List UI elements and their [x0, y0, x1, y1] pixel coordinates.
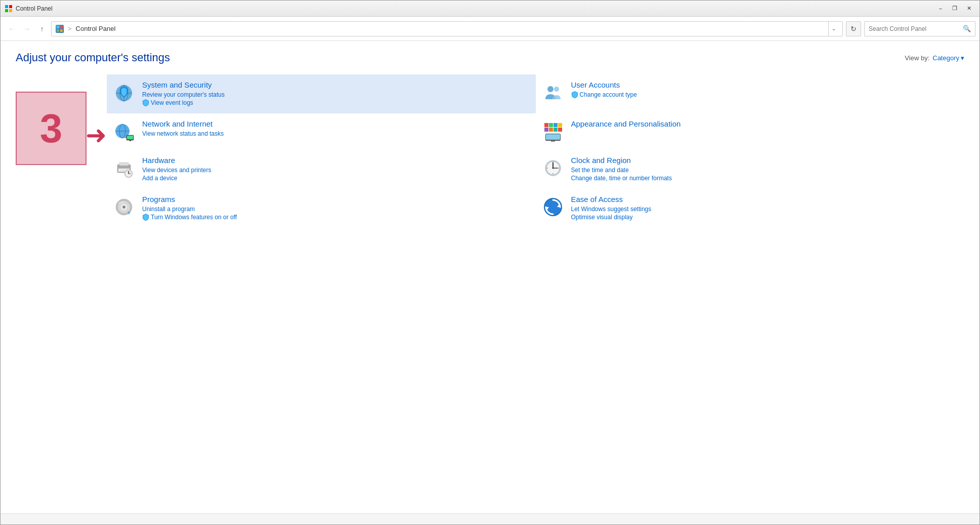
user-accounts-content: User Accounts Change account type — [571, 80, 960, 99]
svg-rect-4 — [57, 26, 59, 28]
app-icon — [5, 5, 13, 13]
ease-link-1[interactable]: Let Windows suggest settings — [571, 206, 960, 213]
hardware-icon — [112, 156, 136, 180]
annotation-box: 3 — [16, 92, 87, 165]
svg-rect-25 — [544, 128, 548, 132]
hardware-content: Hardware View devices and printers Add a… — [142, 156, 531, 183]
svg-rect-27 — [553, 128, 558, 132]
user-accounts-title[interactable]: User Accounts — [571, 80, 960, 89]
system-security-title[interactable]: System and Security — [142, 80, 531, 89]
view-by: View by: Category ▾ — [905, 54, 964, 62]
svg-rect-6 — [57, 29, 59, 32]
system-security-link-2[interactable]: View event logs — [142, 99, 531, 106]
programs-content: Programs Uninstall a program Turn Window… — [142, 195, 531, 222]
svg-rect-23 — [553, 123, 558, 127]
clock-link-2[interactable]: Change date, time or number formats — [571, 175, 960, 182]
hardware-link-1[interactable]: View devices and printers — [142, 167, 531, 174]
clock-link-1[interactable]: Set the time and date — [571, 167, 960, 174]
view-by-value-text: Category — [932, 54, 959, 62]
hardware-title[interactable]: Hardware — [142, 156, 531, 165]
svg-point-12 — [547, 86, 553, 92]
window-controls: − ❐ ✕ — [934, 4, 975, 14]
up-button[interactable]: ↑ — [35, 22, 49, 36]
svg-rect-21 — [544, 123, 548, 127]
nav-buttons: ← → ↑ — [5, 22, 49, 36]
forward-button[interactable]: → — [20, 22, 34, 36]
ease-link-2[interactable]: Optimise visual display — [571, 214, 960, 221]
address-path: Control Panel — [76, 25, 116, 32]
page-header: Adjust your computer's settings View by:… — [16, 51, 964, 64]
svg-rect-2 — [5, 9, 8, 12]
view-by-label: View by: — [905, 54, 929, 62]
ease-of-access-title[interactable]: Ease of Access — [571, 195, 960, 204]
network-link-1[interactable]: View network status and tasks — [142, 130, 531, 137]
search-input[interactable] — [869, 25, 963, 32]
category-appearance[interactable]: Appearance and Personalisation — [536, 113, 965, 150]
svg-rect-33 — [119, 163, 129, 166]
view-by-chevron: ▾ — [961, 54, 964, 62]
network-icon — [112, 119, 136, 144]
category-programs[interactable]: Programs Uninstall a program Turn Window… — [107, 189, 536, 228]
svg-point-53 — [122, 206, 125, 209]
svg-rect-7 — [60, 29, 63, 32]
clock-icon — [541, 156, 565, 180]
svg-rect-5 — [60, 26, 63, 28]
shield-icon-1 — [142, 99, 149, 106]
address-dropdown-button[interactable]: ⌄ — [828, 21, 838, 36]
svg-point-13 — [554, 87, 559, 92]
system-security-link-1[interactable]: Review your computer's status — [142, 91, 531, 98]
address-icon — [56, 25, 64, 33]
view-by-dropdown[interactable]: Category ▾ — [932, 54, 964, 62]
appearance-content: Appearance and Personalisation — [571, 119, 960, 130]
address-separator: > — [68, 25, 72, 32]
category-ease-of-access[interactable]: Ease of Access Let Windows suggest setti… — [536, 189, 965, 228]
hardware-link-2[interactable]: Add a device — [142, 175, 531, 182]
close-button[interactable]: ✕ — [962, 4, 975, 14]
shield-icon-3 — [142, 214, 149, 221]
svg-rect-3 — [9, 9, 12, 12]
address-bar[interactable]: > Control Panel ⌄ — [51, 21, 843, 36]
svg-point-45 — [552, 168, 553, 169]
window-title: Control Panel — [16, 5, 934, 12]
refresh-button[interactable]: ↻ — [846, 21, 861, 36]
clock-content: Clock and Region Set the time and date C… — [571, 156, 960, 183]
system-security-icon — [112, 80, 136, 105]
svg-rect-30 — [546, 134, 560, 140]
appearance-icon — [541, 119, 565, 144]
clock-title[interactable]: Clock and Region — [571, 156, 960, 165]
search-box[interactable]: 🔍 — [864, 21, 975, 36]
category-system-security[interactable]: System and Security Review your computer… — [107, 74, 536, 113]
nav-bar: ← → ↑ > Control Panel ⌄ ↻ 🔍 — [1, 17, 979, 41]
programs-link-1[interactable]: Uninstall a program — [142, 206, 531, 213]
svg-rect-24 — [558, 123, 562, 127]
categories-grid: System and Security Review your computer… — [107, 74, 964, 228]
network-content: Network and Internet View network status… — [142, 119, 531, 138]
user-accounts-icon — [541, 80, 565, 105]
programs-title[interactable]: Programs — [142, 195, 531, 204]
ease-of-access-content: Ease of Access Let Windows suggest setti… — [571, 195, 960, 222]
user-accounts-link-1[interactable]: Change account type — [571, 91, 960, 98]
programs-link-2[interactable]: Turn Windows features on or off — [142, 214, 531, 221]
system-security-content: System and Security Review your computer… — [142, 80, 531, 107]
search-icon: 🔍 — [963, 25, 971, 32]
svg-rect-1 — [9, 5, 12, 8]
svg-rect-28 — [558, 128, 562, 132]
annotation-arrow: ➜ — [86, 120, 107, 150]
category-clock[interactable]: Clock and Region Set the time and date C… — [536, 150, 965, 189]
page-title: Adjust your computer's settings — [16, 51, 170, 64]
svg-rect-19 — [130, 140, 131, 141]
appearance-title[interactable]: Appearance and Personalisation — [571, 119, 960, 128]
restore-button[interactable]: ❐ — [948, 4, 961, 14]
svg-rect-31 — [551, 141, 555, 142]
svg-rect-0 — [5, 5, 8, 8]
back-button[interactable]: ← — [5, 22, 19, 36]
annotation-number: 3 — [40, 105, 63, 152]
minimize-button[interactable]: − — [934, 4, 947, 14]
category-hardware[interactable]: Hardware View devices and printers Add a… — [107, 150, 536, 189]
content-area: 3 ➜ Adjust your computer's settings View… — [1, 41, 979, 513]
category-user-accounts[interactable]: User Accounts Change account type — [536, 74, 965, 113]
category-network[interactable]: Network and Internet View network status… — [107, 113, 536, 150]
shield-icon-2 — [571, 91, 578, 98]
network-title[interactable]: Network and Internet — [142, 119, 531, 128]
svg-rect-18 — [127, 136, 133, 139]
